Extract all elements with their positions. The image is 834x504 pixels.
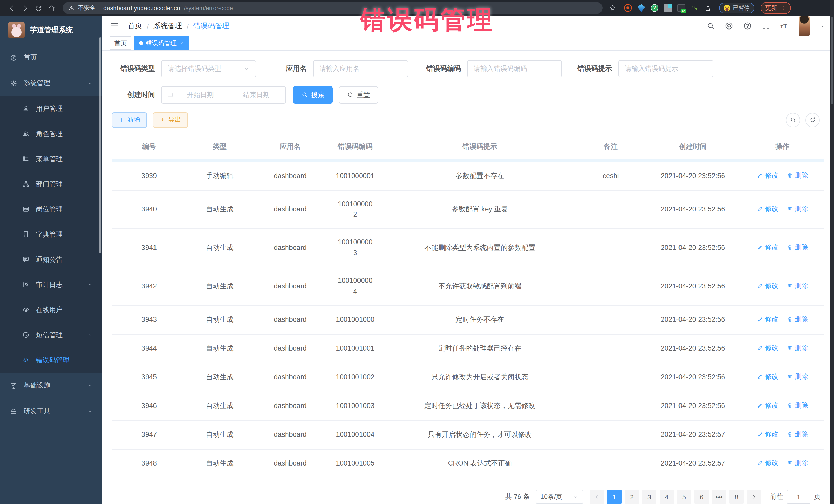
tag-错误码管理[interactable]: 错误码管理 bbox=[134, 37, 189, 50]
grid-extension-icon[interactable] bbox=[664, 4, 672, 12]
puzzle-extension-icon[interactable] bbox=[704, 4, 712, 12]
delete-link[interactable]: 删除 bbox=[787, 281, 808, 291]
page-size-select[interactable]: 10条/页 bbox=[536, 490, 583, 504]
page-button-5[interactable]: 5 bbox=[677, 490, 691, 504]
column-header-错误码提示[interactable]: 错误码提示 bbox=[383, 135, 577, 159]
gem-extension-icon[interactable] bbox=[637, 4, 645, 12]
column-header-创建时间[interactable]: 创建时间 bbox=[644, 135, 741, 159]
header-search-icon[interactable] bbox=[706, 22, 715, 30]
prev-page-button[interactable] bbox=[590, 490, 604, 504]
column-header-编号[interactable]: 编号 bbox=[112, 135, 186, 159]
edit-link[interactable]: 修改 bbox=[757, 400, 778, 411]
table-row[interactable]: 3944自动生成dashboard1001001001定时任务的处理器已经存在2… bbox=[112, 334, 824, 363]
export-button[interactable]: 导出 bbox=[153, 112, 188, 128]
edit-link[interactable]: 修改 bbox=[757, 314, 778, 324]
sidebar-item-菜单管理[interactable]: 菜单管理 bbox=[0, 146, 102, 171]
table-row[interactable]: 3948自动生成dashboard1001001005CRON 表达式不正确20… bbox=[112, 450, 824, 478]
edit-link[interactable]: 修改 bbox=[757, 204, 778, 214]
scrollbar-thumb[interactable] bbox=[831, 17, 833, 104]
delete-link[interactable]: 删除 bbox=[787, 170, 808, 180]
sidebar-scrollbar[interactable] bbox=[99, 38, 101, 253]
column-header-类型[interactable]: 类型 bbox=[186, 135, 253, 159]
edit-link[interactable]: 修改 bbox=[757, 429, 778, 439]
browser-reload-icon[interactable] bbox=[32, 1, 45, 15]
column-header-错误码编码[interactable]: 错误码编码 bbox=[327, 135, 383, 159]
font-size-icon[interactable]: TT bbox=[780, 22, 789, 30]
delete-link[interactable]: 删除 bbox=[787, 242, 808, 253]
page-button-2[interactable]: 2 bbox=[624, 490, 639, 504]
page-button-4[interactable]: 4 bbox=[659, 490, 674, 504]
next-page-button[interactable] bbox=[747, 490, 761, 504]
tag-首页[interactable]: 首页 bbox=[110, 37, 131, 50]
table-row[interactable]: 3947自动生成dashboard1001001004只有开启状态的任务，才可以… bbox=[112, 421, 824, 450]
sidebar-item-短信管理[interactable]: 短信管理 bbox=[0, 322, 102, 348]
sidebar-item-研发工具[interactable]: 研发工具 bbox=[0, 398, 102, 424]
page-button-1[interactable]: 1 bbox=[607, 490, 621, 504]
key-extension-icon[interactable] bbox=[691, 4, 699, 12]
delete-link[interactable]: 删除 bbox=[787, 204, 808, 214]
github-icon[interactable] bbox=[725, 22, 733, 30]
delete-link[interactable]: 删除 bbox=[787, 372, 808, 382]
pager-ellipsis[interactable]: ••• bbox=[712, 490, 726, 504]
v-extension-icon[interactable]: V bbox=[651, 4, 658, 12]
tampermonkey-on-extension-icon[interactable]: on bbox=[678, 4, 685, 12]
browser-update-button[interactable]: 更新 bbox=[761, 2, 791, 14]
filter-input-错误码提示[interactable]: 请输入错误码提示 bbox=[618, 60, 713, 77]
edit-link[interactable]: 修改 bbox=[757, 281, 778, 291]
sidebar-item-在线用户[interactable]: 在线用户 bbox=[0, 297, 102, 322]
table-row[interactable]: 3940自动生成dashboard100100000 2参数配置 key 重复2… bbox=[112, 191, 824, 229]
sidebar-item-部门管理[interactable]: 部门管理 bbox=[0, 171, 102, 197]
sidebar-item-字典管理[interactable]: 字典管理 bbox=[0, 222, 102, 247]
column-header-应用名[interactable]: 应用名 bbox=[253, 135, 327, 159]
bookmark-star-icon[interactable] bbox=[609, 4, 616, 12]
reset-button[interactable]: 重置 bbox=[339, 86, 378, 104]
delete-link[interactable]: 删除 bbox=[787, 343, 808, 353]
table-row[interactable]: 3943自动生成dashboard1001001000定时任务不存在2021-0… bbox=[112, 306, 824, 334]
browser-forward-icon[interactable] bbox=[19, 1, 32, 15]
sidebar-item-审计日志[interactable]: 审计日志 bbox=[0, 272, 102, 297]
column-header-备注[interactable]: 备注 bbox=[577, 135, 644, 159]
browser-back-icon[interactable] bbox=[5, 1, 19, 15]
table-row[interactable]: 3945自动生成dashboard1001001002只允许修改为开启或者关闭状… bbox=[112, 363, 824, 392]
browser-home-icon[interactable] bbox=[45, 1, 59, 15]
delete-link[interactable]: 删除 bbox=[787, 314, 808, 324]
filter-input-错误码编码[interactable]: 请输入错误码编码 bbox=[467, 60, 562, 77]
refresh-table-button[interactable] bbox=[805, 113, 820, 127]
table-row[interactable]: 3939手动编辑dashboard1001000001参数配置不存在ceshi2… bbox=[112, 162, 824, 191]
edit-link[interactable]: 修改 bbox=[757, 170, 778, 180]
sidebar-item-用户管理[interactable]: 用户管理 bbox=[0, 96, 102, 121]
delete-link[interactable]: 删除 bbox=[787, 458, 808, 468]
sidebar-item-基础设施[interactable]: 基础设施 bbox=[0, 373, 102, 398]
delete-link[interactable]: 删除 bbox=[787, 429, 808, 439]
create-time-range-picker[interactable]: 开始日期 - 结束日期 bbox=[161, 86, 286, 104]
help-icon[interactable] bbox=[743, 22, 752, 30]
page-button-6[interactable]: 6 bbox=[695, 490, 709, 504]
edit-link[interactable]: 修改 bbox=[757, 372, 778, 382]
user-avatar[interactable] bbox=[798, 16, 810, 36]
column-header-操作[interactable]: 操作 bbox=[741, 135, 824, 159]
breadcrumb-item[interactable]: 系统管理 bbox=[153, 21, 182, 30]
browser-menu-icon[interactable] bbox=[780, 5, 786, 11]
fullscreen-icon[interactable] bbox=[762, 22, 770, 30]
edit-link[interactable]: 修改 bbox=[757, 343, 778, 353]
table-row[interactable]: 3941自动生成dashboard100100000 3不能删除类型为系统内置的… bbox=[112, 229, 824, 267]
sidebar-item-岗位管理[interactable]: 岗位管理 bbox=[0, 197, 102, 222]
toggle-search-button[interactable] bbox=[786, 113, 800, 127]
goto-page-input[interactable] bbox=[787, 490, 810, 504]
table-row[interactable]: 3946自动生成dashboard1001001003定时任务已经处于该状态，无… bbox=[112, 392, 824, 421]
sidebar-logo-row[interactable]: 芋道管理系统 bbox=[0, 16, 102, 45]
tag-close-icon[interactable] bbox=[179, 41, 184, 46]
add-button[interactable]: 新增 bbox=[112, 112, 147, 128]
filter-input-应用名[interactable]: 请输入应用名 bbox=[313, 60, 408, 77]
paused-extension-pill[interactable]: 已暂停 bbox=[719, 3, 754, 13]
sidebar-item-角色管理[interactable]: 角色管理 bbox=[0, 121, 102, 146]
ubuntu-extension-icon[interactable] bbox=[624, 4, 632, 12]
page-scrollbar[interactable] bbox=[830, 0, 834, 504]
sidebar-item-错误码管理[interactable]: 错误码管理 bbox=[0, 348, 102, 373]
sidebar-item-首页[interactable]: 首页 bbox=[0, 45, 102, 70]
table-row[interactable]: 3942自动生成dashboard100100000 4不允许获取敏感配置到前端… bbox=[112, 267, 824, 306]
page-button-3[interactable]: 3 bbox=[642, 490, 656, 504]
search-button[interactable]: 搜索 bbox=[293, 86, 333, 104]
delete-link[interactable]: 删除 bbox=[787, 400, 808, 411]
sidebar-item-通知公告[interactable]: 通知公告 bbox=[0, 247, 102, 272]
